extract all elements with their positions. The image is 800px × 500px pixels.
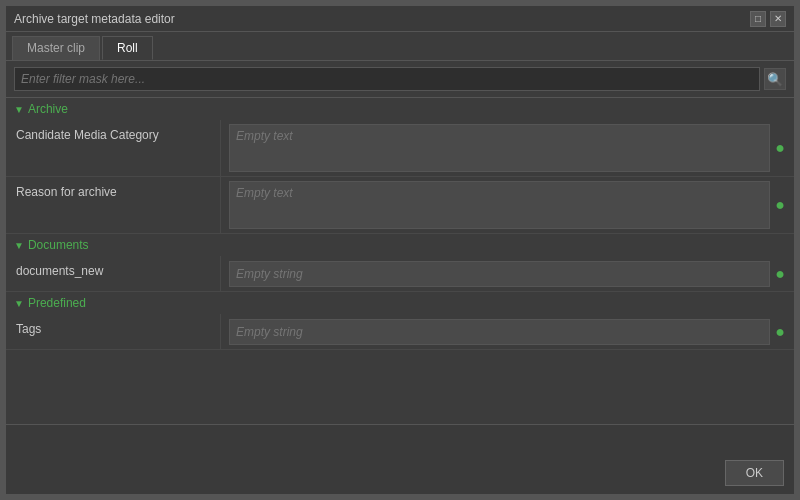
field-dot-reason-archive: ●: [774, 181, 786, 229]
dialog-title: Archive target metadata editor: [14, 12, 175, 26]
section-header-archive[interactable]: ▼ Archive: [6, 98, 794, 120]
tab-master-clip[interactable]: Master clip: [12, 36, 100, 60]
field-input-documents-new[interactable]: [229, 261, 770, 287]
field-input-reason-archive[interactable]: [229, 181, 770, 229]
field-value-wrap-reason-archive: ●: [221, 177, 794, 233]
field-input-candidate-media[interactable]: [229, 124, 770, 172]
field-row-documents-new: documents_new ●: [6, 256, 794, 292]
footer-area: OK: [6, 424, 794, 494]
field-label-tags: Tags: [6, 314, 221, 349]
field-input-tags[interactable]: [229, 319, 770, 345]
maximize-button[interactable]: □: [750, 11, 766, 27]
filter-input[interactable]: [14, 67, 760, 91]
field-label-candidate-media: Candidate Media Category: [6, 120, 221, 176]
ok-button[interactable]: OK: [725, 460, 784, 486]
title-bar: Archive target metadata editor □ ✕: [6, 6, 794, 32]
filter-row: 🔍: [6, 61, 794, 98]
field-row-candidate-media: Candidate Media Category ●: [6, 120, 794, 177]
tab-roll[interactable]: Roll: [102, 36, 153, 60]
section-header-predefined[interactable]: ▼ Predefined: [6, 292, 794, 314]
field-dot-candidate-media: ●: [774, 124, 786, 172]
field-value-wrap-tags: ●: [221, 314, 794, 349]
footer-buttons: OK: [6, 425, 794, 494]
documents-arrow-icon: ▼: [14, 240, 24, 251]
field-dot-documents-new: ●: [774, 265, 786, 283]
title-bar-buttons: □ ✕: [750, 11, 786, 27]
search-button[interactable]: 🔍: [764, 68, 786, 90]
field-value-wrap-candidate-media: ●: [221, 120, 794, 176]
field-label-reason-archive: Reason for archive: [6, 177, 221, 233]
section-label-predefined: Predefined: [28, 296, 86, 310]
tabs-row: Master clip Roll: [6, 32, 794, 61]
dialog-window: Archive target metadata editor □ ✕ Maste…: [5, 5, 795, 495]
field-row-tags: Tags ●: [6, 314, 794, 350]
field-row-reason-archive: Reason for archive ●: [6, 177, 794, 234]
content-area: ▼ Archive Candidate Media Category ● Rea…: [6, 98, 794, 424]
field-value-wrap-documents-new: ●: [221, 256, 794, 291]
close-button[interactable]: ✕: [770, 11, 786, 27]
section-header-documents[interactable]: ▼ Documents: [6, 234, 794, 256]
section-label-documents: Documents: [28, 238, 89, 252]
field-label-documents-new: documents_new: [6, 256, 221, 291]
field-dot-tags: ●: [774, 323, 786, 341]
archive-arrow-icon: ▼: [14, 104, 24, 115]
section-label-archive: Archive: [28, 102, 68, 116]
predefined-arrow-icon: ▼: [14, 298, 24, 309]
